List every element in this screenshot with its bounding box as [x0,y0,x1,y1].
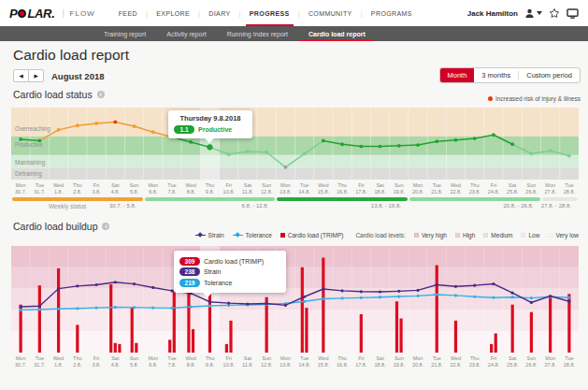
cardio-load-buildup-chart[interactable] [11,246,579,353]
menu-item-diary[interactable]: DIARY [200,0,238,26]
info-icon[interactable]: i [102,223,109,230]
polar-logo[interactable]: P LAR. | FLOW [9,7,95,21]
axis-day-label: Wed15.8. [314,182,333,195]
buildup-tooltip-row: 238Strain [179,267,280,276]
axis-day-label: Mon20.8. [409,182,427,195]
axis-day: Thu [466,355,484,362]
axis-day-label: Thu23.8. [466,182,484,195]
devices-button[interactable] [566,8,579,19]
axis-date: 3.8. [87,362,106,368]
axis-day: Tue [560,355,579,362]
subnav-item-activity-report[interactable]: Activity report [156,26,216,41]
axis-day: Tue [30,355,49,362]
axis-day-label: Wed8.8. [181,182,200,195]
menu-item-community[interactable]: COMMUNITY [300,0,361,26]
axis-date: 13.8. [276,362,294,368]
axis-date: 2.8. [68,362,87,368]
axis-day: Fri [484,182,503,189]
axis-day-label: Sat11.8. [238,355,257,368]
tooltip-series-label: Strain [204,268,221,275]
previous-month-button[interactable]: ◀ [13,69,29,82]
legend-strain-marker-icon [195,233,206,238]
legend-level-very-low: Very low [548,232,579,238]
tooltip-value-pill: 309 [179,257,200,266]
weekly-range-label: 20.8. - 26.8. [504,203,534,209]
axis-day: Sat [370,355,389,362]
axis-day: Wed [446,355,465,362]
axis-date: 9.8. [200,189,219,195]
risk-note-label: Increased risk of injury & illness [495,95,581,102]
menu-item-explore[interactable]: EXPLORE [148,0,198,26]
axis-day-label: Tue28.8. [560,182,579,195]
axis-day-label: Wed1.8. [49,355,67,368]
axis-day-label: Mon6.8. [144,182,163,195]
axis-day: Sun [522,355,540,362]
axis-day: Thu [333,182,351,189]
axis-date: 26.8. [522,189,540,195]
level-swatch-icon [455,233,460,238]
axis-day-label: Tue21.8. [427,355,446,368]
period-button-month[interactable]: Month [440,68,475,82]
axis-day-label: Wed22.8. [446,355,465,368]
axis-date: 30.7. [11,189,30,195]
axis-date: 26.8. [522,362,540,368]
user-name[interactable]: Jack Hamilton [467,9,518,18]
axis-date: 20.8. [409,189,427,195]
flow-label: FLOW [70,9,95,18]
logo-divider: | [63,8,65,18]
user-menu[interactable] [524,8,542,19]
axis-date: 19.8. [390,362,409,368]
axis-day-label: Mon6.8. [144,355,163,368]
polar-logo-o-icon [18,9,26,18]
status-section-heading: Cardio load status i [13,89,105,100]
subnav-item-cardio-load-report[interactable]: Cardio load report [298,26,376,41]
next-month-button[interactable]: ▶ [28,69,44,82]
axis-day: Tue [427,182,446,189]
axis-date: 23.8. [466,189,484,195]
axis-date: 10.8. [220,189,238,195]
axis-day-label: Sat4.8. [106,355,124,368]
axis-date: 28.8. [560,189,579,195]
star-icon [549,7,560,19]
date-navigator: ◀ ▶ August 2018 [13,69,105,82]
weekly-status-ranges: 30.7. - 5.8.6.8. - 12.8.13.8. - 19.8.20.… [11,203,579,211]
axis-day-label: Wed1.8. [49,182,67,195]
cardio-load-status-chart[interactable]: OverreachingProductiveMaintainingDetrain… [11,108,579,180]
info-icon[interactable]: i [97,91,105,98]
legend-cardio-load-trimp-marker-icon [280,233,285,238]
axis-day: Sun [124,182,143,189]
menu-item-feed[interactable]: FEED [110,0,146,26]
menu-item-progress[interactable]: PROGRESS [241,0,298,26]
axis-date: 13.8. [276,189,294,195]
axis-day: Fri [351,182,370,189]
axis-day: Wed [446,182,465,189]
period-button-3-months[interactable]: 3 months [474,68,518,82]
axis-date: 4.8. [106,189,124,195]
legend-levels-label: Cardio load levels: [355,232,405,238]
axis-date: 20.8. [409,362,427,368]
axis-date: 16.8. [333,189,351,195]
axis-day: Fri [220,355,238,362]
legend-level-very-high: Very high [414,232,447,238]
legend-item-strain: Strain [195,232,224,238]
axis-day-label: Sat18.8. [370,182,389,195]
axis-day: Fri [87,355,106,362]
status-value-pill: 1.1 [174,125,194,134]
weekly-segment [542,197,578,201]
axis-date: 4.8. [106,362,124,368]
legend-label: High [463,232,475,238]
axis-date: 11.8. [238,362,257,368]
subnav-item-training-report[interactable]: Training report [93,26,156,41]
menu-item-programs[interactable]: PROGRAMS [363,0,421,26]
axis-day-label: Tue21.8. [427,182,446,195]
axis-date: 24.8. [484,362,503,368]
legend-level-low: Low [521,232,539,238]
favorites-button[interactable] [549,7,560,19]
period-button-custom-period[interactable]: Custom period [519,68,580,82]
axis-day: Wed [181,182,200,189]
user-area: Jack Hamilton [467,7,579,19]
axis-date: 6.8. [144,362,163,368]
subnav-item-running-index-report[interactable]: Running Index report [217,26,298,41]
axis-date: 27.8. [541,189,560,195]
axis-day: Wed [49,355,67,362]
